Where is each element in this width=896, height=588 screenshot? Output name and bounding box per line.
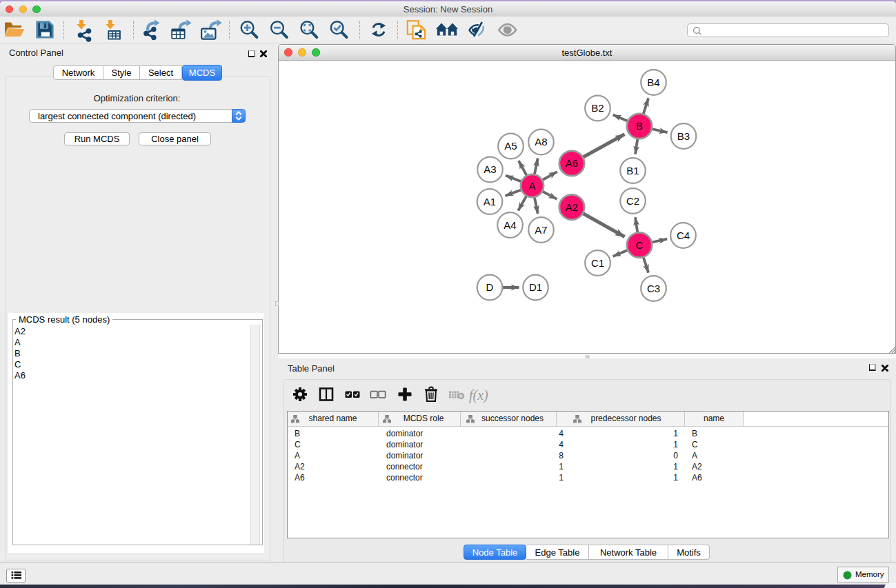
svg-text:C3: C3: [647, 283, 660, 294]
svg-text:A7: A7: [535, 224, 547, 236]
svg-text:A2: A2: [566, 201, 578, 213]
svg-text:A: A: [528, 180, 535, 192]
svg-text:B2: B2: [591, 102, 604, 114]
svg-text:A1: A1: [484, 196, 496, 207]
svg-text:C4: C4: [677, 230, 690, 241]
svg-text:B1: B1: [626, 165, 639, 176]
svg-text:C: C: [636, 239, 644, 251]
svg-text:C2: C2: [626, 195, 639, 207]
svg-text:B4: B4: [647, 77, 659, 88]
svg-text:B: B: [636, 120, 643, 132]
svg-text:D: D: [486, 281, 494, 293]
svg-text:A6: A6: [566, 157, 578, 169]
svg-text:A8: A8: [535, 136, 547, 148]
svg-text:C1: C1: [591, 257, 604, 269]
svg-text:D1: D1: [529, 281, 542, 293]
svg-text:A5: A5: [504, 140, 517, 152]
svg-text:f(x): f(x): [469, 387, 488, 403]
svg-text:B3: B3: [677, 130, 690, 142]
svg-text:A4: A4: [504, 219, 516, 231]
svg-text:A3: A3: [484, 163, 496, 175]
